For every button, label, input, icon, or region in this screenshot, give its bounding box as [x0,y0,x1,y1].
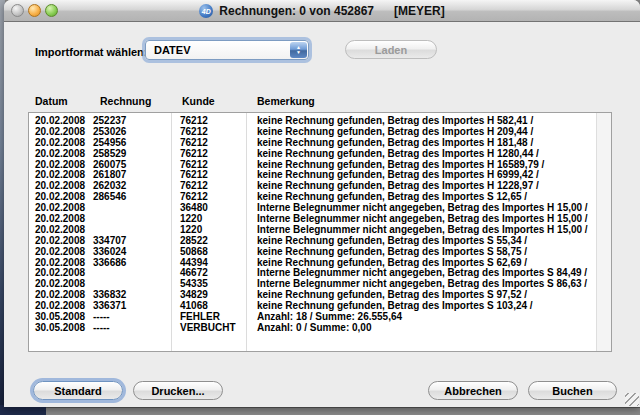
window-title-suffix: [MEYER] [394,4,445,18]
cell-kunde: 76212 [180,137,208,148]
cell-datum: 20.02.2008 [35,246,85,257]
table-row[interactable]: 30.05.2008-----FEHLERAnzahl: 18 / Summe:… [29,311,611,322]
table-row[interactable]: 20.02.200833668644394keine Rechnung gefu… [29,257,611,268]
cell-kunde: 76212 [180,159,208,170]
cell-kunde: 76212 [180,169,208,180]
window-title: 4D Rechnungen: 0 von 452867 [MEYER] [4,0,640,22]
cell-datum: 20.02.2008 [35,213,85,224]
column-header-kunde: Kunde [182,95,215,107]
cell-rechnung: 334707 [93,235,126,246]
table-row[interactable]: 20.02.200836480Interne Belegnummer nicht… [29,202,611,213]
cell-datum: 20.02.2008 [35,180,85,191]
cell-kunde: 50868 [180,246,208,257]
cell-datum: 20.02.2008 [35,300,85,311]
cell-kunde: 34829 [180,289,208,300]
column-header-bemerkung: Bemerkung [257,95,315,107]
table-row[interactable]: 20.02.200833683234829keine Rechnung gefu… [29,289,611,300]
cell-bemerkung: Anzahl: 18 / Summe: 26.555,64 [257,311,402,322]
cell-datum: 20.02.2008 [35,224,85,235]
table-row[interactable]: 20.02.200833602450868keine Rechnung gefu… [29,246,611,257]
cell-rechnung: 260075 [93,159,126,170]
table-row[interactable]: 20.02.200846672Interne Belegnummer nicht… [29,267,611,278]
cell-bemerkung: keine Rechnung gefunden, Betrag des Impo… [257,126,533,137]
table-row[interactable]: 20.02.20081220Interne Belegnummer nicht … [29,224,611,235]
desktop-background-bottom [0,407,640,415]
minimize-button[interactable] [28,4,41,17]
table-row[interactable]: 20.02.200826203276212keine Rechnung gefu… [29,180,611,191]
cell-bemerkung: Anzahl: 0 / Summe: 0,00 [257,322,371,333]
cell-bemerkung: keine Rechnung gefunden, Betrag des Impo… [257,235,527,246]
cell-bemerkung: Interne Belegnummer nicht angegeben, Bet… [257,224,588,235]
table-row[interactable]: 20.02.200825495676212keine Rechnung gefu… [29,137,611,148]
cell-bemerkung: keine Rechnung gefunden, Betrag des Impo… [257,148,539,159]
cell-datum: 20.02.2008 [35,289,85,300]
cell-bemerkung: Interne Belegnummer nicht angegeben, Bet… [257,213,588,224]
cell-datum: 20.02.2008 [35,235,85,246]
table-row[interactable]: 20.02.200833470728522keine Rechnung gefu… [29,235,611,246]
close-button[interactable] [11,4,24,17]
abbrechen-button[interactable]: Abbrechen [428,381,518,400]
popup-stepper-icon: ▲▼ [290,42,307,58]
window-title-text: Rechnungen: 0 von 452867 [219,4,374,18]
importformat-label: Importformat wählen: [35,46,147,58]
cell-rechnung: ----- [93,311,110,322]
cell-rechnung: 253026 [93,126,126,137]
cell-datum: 20.02.2008 [35,202,85,213]
table-row[interactable]: 20.02.200833637141068keine Rechnung gefu… [29,300,611,311]
cell-bemerkung: keine Rechnung gefunden, Betrag des Impo… [257,300,533,311]
cell-rechnung: 336371 [93,300,126,311]
cell-datum: 20.02.2008 [35,159,85,170]
importformat-selected-value: DATEV [154,44,190,56]
cell-rechnung: 252237 [93,115,126,126]
rechnungen-window: 4D Rechnungen: 0 von 452867 [MEYER] Impo… [4,0,640,407]
cell-rechnung: 336832 [93,289,126,300]
vertical-scrollbar[interactable] [596,113,611,351]
cell-bemerkung: Interne Belegnummer nicht angegeben, Bet… [257,278,587,289]
cell-kunde: 76212 [180,126,208,137]
cell-bemerkung: keine Rechnung gefunden, Betrag des Impo… [257,169,539,180]
cell-kunde: 54335 [180,278,208,289]
rechnungen-list[interactable]: 20.02.200825223776212keine Rechnung gefu… [28,112,612,352]
cell-datum: 20.02.2008 [35,267,85,278]
cell-datum: 20.02.2008 [35,126,85,137]
cell-datum: 20.02.2008 [35,148,85,159]
cell-rechnung: 336686 [93,257,126,268]
cell-bemerkung: keine Rechnung gefunden, Betrag des Impo… [257,191,527,202]
cell-kunde: 36480 [180,202,208,213]
table-row[interactable]: 20.02.20081220Interne Belegnummer nicht … [29,213,611,224]
cell-kunde: VERBUCHT [180,322,236,333]
cell-datum: 20.02.2008 [35,137,85,148]
cell-datum: 30.05.2008 [35,322,85,333]
drucken-button[interactable]: Drucken... [133,381,223,400]
importformat-select[interactable]: DATEV ▲▼ [145,40,309,60]
table-row[interactable]: 20.02.200828654676212keine Rechnung gefu… [29,191,611,202]
cell-bemerkung: keine Rechnung gefunden, Betrag des Impo… [257,246,527,257]
cell-rechnung: ----- [93,322,110,333]
table-row[interactable]: 30.05.2008-----VERBUCHTAnzahl: 0 / Summe… [29,322,611,333]
table-row[interactable]: 20.02.200825223776212keine Rechnung gefu… [29,115,611,126]
column-header-datum: Datum [35,95,68,107]
laden-button[interactable]: Laden [345,40,437,59]
cell-rechnung: 286546 [93,191,126,202]
resize-grip[interactable] [625,393,639,406]
cell-datum: 20.02.2008 [35,191,85,202]
cell-bemerkung: keine Rechnung gefunden, Betrag des Impo… [257,159,544,170]
standard-button[interactable]: Standard [33,381,123,400]
buchen-button[interactable]: Buchen [528,381,617,400]
table-row[interactable]: 20.02.200826007576212keine Rechnung gefu… [29,159,611,170]
cell-bemerkung: keine Rechnung gefunden, Betrag des Impo… [257,289,527,300]
table-row[interactable]: 20.02.200825852976212keine Rechnung gefu… [29,148,611,159]
table-row[interactable]: 20.02.200854335Interne Belegnummer nicht… [29,278,611,289]
table-row[interactable]: 20.02.200826180776212keine Rechnung gefu… [29,169,611,180]
cell-kunde: 76212 [180,180,208,191]
4d-app-icon: 4D [199,4,213,18]
title-bar[interactable]: 4D Rechnungen: 0 von 452867 [MEYER] [4,0,640,22]
cell-datum: 20.02.2008 [35,115,85,126]
zoom-button[interactable] [45,4,58,17]
cell-datum: 30.05.2008 [35,311,85,322]
cell-kunde: FEHLER [180,311,220,322]
cell-datum: 20.02.2008 [35,257,85,268]
cell-kunde: 1220 [180,213,202,224]
cell-rechnung: 254956 [93,137,126,148]
table-row[interactable]: 20.02.200825302676212keine Rechnung gefu… [29,126,611,137]
